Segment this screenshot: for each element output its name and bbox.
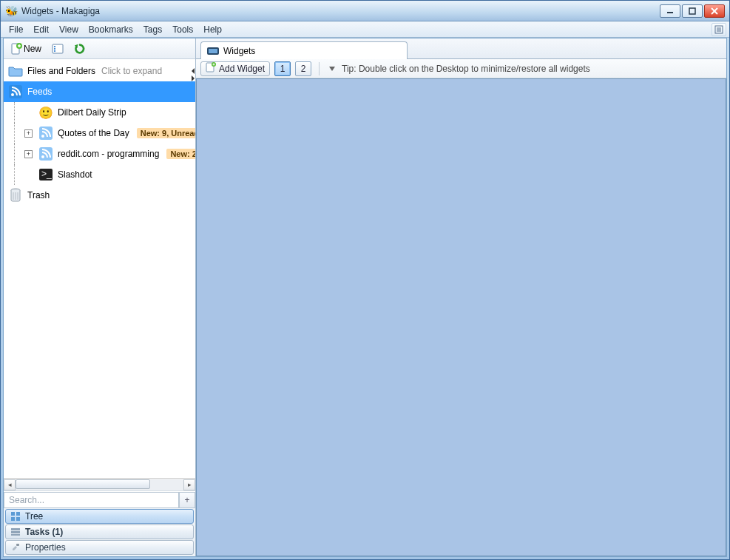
refresh-button[interactable] <box>70 41 89 57</box>
tasks-tab-icon <box>10 527 21 537</box>
expander-icon[interactable]: + <box>24 150 33 158</box>
tree-view: Files and Folders Click to expand Feeds … <box>4 59 195 478</box>
svg-point-18 <box>11 93 14 96</box>
menu-file[interactable]: File <box>4 23 28 36</box>
svg-point-20 <box>41 135 44 138</box>
menu-edit[interactable]: Edit <box>28 23 54 36</box>
trash-icon <box>8 188 23 203</box>
tree-trash-label: Trash <box>27 190 50 200</box>
rss-icon <box>38 146 53 161</box>
maximize-button[interactable] <box>682 4 703 18</box>
toolbar-separator <box>319 62 320 75</box>
close-button[interactable] <box>704 4 725 18</box>
tree-feed-slashdot[interactable]: >_ Slashdot <box>4 164 195 185</box>
tree-files-hint: Click to expand <box>101 66 162 76</box>
new-file-icon <box>10 43 22 55</box>
widget-desktop-canvas[interactable] <box>196 78 726 556</box>
tab-tasks-label: Tasks (1) <box>25 527 63 537</box>
add-widget-label: Add Widget <box>219 64 265 74</box>
search-input[interactable] <box>4 492 179 508</box>
svg-point-22 <box>41 155 44 158</box>
feed-slashdot-label: Slashdot <box>58 169 92 180</box>
properties-tab-icon <box>10 542 21 553</box>
smiley-icon: 🙂 <box>38 105 53 120</box>
view-mode-button[interactable] <box>48 41 67 57</box>
window-title: Widgets - Makagiga <box>21 6 660 16</box>
menu-view[interactable]: View <box>54 23 84 36</box>
app-icon: 🐝 <box>5 5 17 17</box>
scroll-track[interactable] <box>16 479 183 490</box>
tree-tab-icon <box>10 511 21 522</box>
menu-bookmarks[interactable]: Bookmarks <box>84 23 138 36</box>
sidebar-h-scrollbar[interactable]: ◂ ▸ <box>4 478 195 490</box>
scroll-right-icon[interactable]: ▸ <box>183 479 195 490</box>
svg-rect-38 <box>209 49 217 53</box>
titlebar: 🐝 Widgets - Makagiga <box>1 1 729 21</box>
add-widget-button[interactable]: Add Widget <box>200 61 270 76</box>
add-widget-icon <box>206 62 216 75</box>
tab-tree-label: Tree <box>25 511 43 522</box>
plus-icon: + <box>184 495 189 505</box>
svg-rect-13 <box>54 46 55 47</box>
menubar-right-icon[interactable] <box>712 23 726 36</box>
expander-icon[interactable]: + <box>24 129 33 138</box>
scroll-left-icon[interactable]: ◂ <box>4 479 16 490</box>
feed-reddit-label: reddit.com - programming <box>58 149 159 159</box>
svg-rect-29 <box>11 512 15 516</box>
widgets-tab-icon <box>207 45 219 57</box>
tab-properties-label: Properties <box>25 542 66 553</box>
window-controls <box>660 4 725 18</box>
folder-icon <box>8 64 23 78</box>
menu-tags[interactable]: Tags <box>138 23 167 36</box>
view-mode-icon <box>52 43 64 55</box>
tab-widgets[interactable]: Widgets <box>200 41 408 59</box>
app-window: 🐝 Widgets - Makagiga File Edit View Book… <box>0 0 730 560</box>
svg-text:>_: >_ <box>41 169 52 179</box>
scroll-thumb[interactable] <box>16 479 150 489</box>
menubar: File Edit View Bookmarks Tags Tools Help <box>1 21 729 38</box>
main-toolbar: Add Widget 1 2 Tip: Double click on the … <box>196 59 726 78</box>
client-area: New <box>3 38 727 557</box>
rss-icon <box>38 126 53 141</box>
svg-rect-32 <box>16 517 20 521</box>
svg-rect-35 <box>11 534 20 536</box>
search-add-button[interactable]: + <box>179 492 195 508</box>
tree-feed-dilbert[interactable]: 🙂 Dilbert Daily Strip <box>4 102 195 123</box>
tab-tasks[interactable]: Tasks (1) <box>5 524 194 539</box>
menu-tools[interactable]: Tools <box>167 23 198 36</box>
refresh-icon <box>74 43 86 55</box>
rss-icon <box>8 84 23 99</box>
tree-feed-reddit[interactable]: + reddit.com - programming New: 24, Unre <box>4 144 195 164</box>
toolbar-menu-dropdown[interactable] <box>327 62 337 75</box>
sidebar-resize-handle[interactable] <box>192 64 196 86</box>
svg-rect-36 <box>16 544 19 546</box>
new-button-label: New <box>24 44 41 54</box>
minimize-button[interactable] <box>660 4 680 18</box>
svg-rect-30 <box>16 512 20 516</box>
terminal-icon: >_ <box>38 167 53 182</box>
svg-rect-34 <box>11 531 20 533</box>
svg-rect-14 <box>54 48 55 50</box>
desktop-page-1[interactable]: 1 <box>274 61 291 76</box>
tab-tree[interactable]: Tree <box>5 509 194 524</box>
document-tab-strip: Widgets <box>196 38 726 59</box>
desktop-page-2[interactable]: 2 <box>295 61 311 76</box>
new-button[interactable]: New <box>7 41 45 57</box>
svg-rect-15 <box>54 50 55 52</box>
feed-quotes-badge: New: 9, Unread: 9 <box>137 128 195 138</box>
tree-trash[interactable]: Trash <box>4 185 195 206</box>
svg-rect-1 <box>689 8 695 14</box>
svg-rect-33 <box>11 528 20 530</box>
tree-feed-quotes[interactable]: + Quotes of the Day New: 9, Unread: 9 <box>4 123 195 144</box>
main-area: Widgets Add Widget 1 2 Tip: Double click… <box>196 38 726 556</box>
menu-help[interactable]: Help <box>198 23 227 36</box>
tree-files-folders[interactable]: Files and Folders Click to expand <box>4 61 195 81</box>
tree-feeds[interactable]: Feeds <box>4 81 195 102</box>
tree-feeds-label: Feeds <box>27 87 52 97</box>
tab-properties[interactable]: Properties <box>5 540 194 555</box>
sidebar-toolbar: New <box>4 38 195 59</box>
search-row: + <box>4 490 195 508</box>
feed-reddit-badge: New: 24, Unre <box>166 149 195 159</box>
tab-widgets-label: Widgets <box>223 46 255 56</box>
toolbar-tip: Tip: Double click on the Desktop to mini… <box>342 64 590 74</box>
